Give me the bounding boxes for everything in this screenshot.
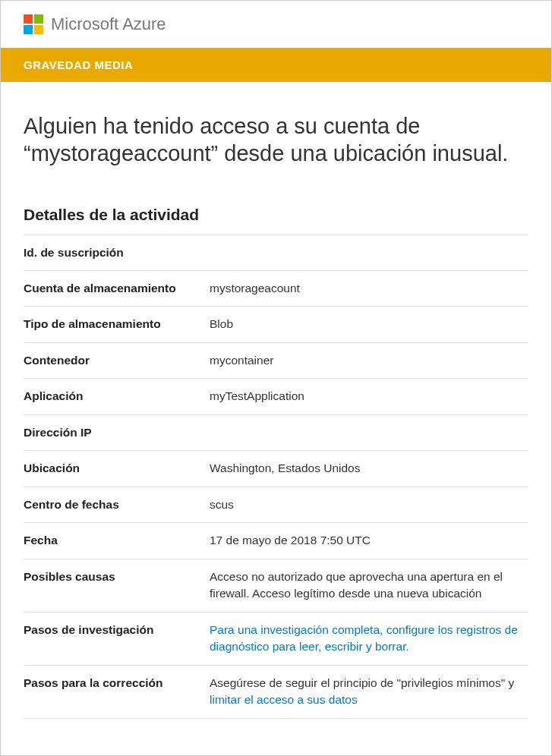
row-location: Ubicación Washington, Estados Unidos — [24, 451, 528, 487]
label-investigation: Pasos de investigación — [24, 612, 210, 665]
value-date: 17 de mayo de 2018 7:50 UTC — [210, 523, 528, 559]
label-date: Fecha — [24, 523, 210, 559]
content: Alguien ha tenido acceso a su cuenta de … — [1, 82, 551, 742]
header: Microsoft Azure — [1, 1, 551, 48]
label-storage-account: Cuenta de almacenamiento — [24, 270, 210, 306]
row-container: Contenedor mycontainer — [24, 342, 528, 378]
value-storage-type: Blob — [210, 307, 528, 342]
details-table: Id. de suscripción Cuenta de almacenamie… — [24, 235, 528, 719]
label-ip: Dirección IP — [24, 414, 210, 450]
row-storage-type: Tipo de almacenamiento Blob — [24, 307, 528, 342]
value-application: myTestApplication — [210, 379, 528, 414]
brand-text: Microsoft Azure — [51, 14, 166, 34]
row-datacenter: Centro de fechas scus — [24, 487, 528, 522]
alert-title: Alguien ha tenido acceso a su cuenta de … — [24, 112, 528, 168]
row-application: Aplicación myTestApplication — [24, 379, 528, 414]
row-storage-account: Cuenta de almacenamiento mystorageacount — [24, 270, 528, 306]
row-possible-causes: Posibles causas Acceso no autorizado que… — [24, 559, 528, 612]
label-application: Aplicación — [24, 379, 210, 414]
value-possible-causes: Acceso no autorizado que aprovecha una a… — [210, 559, 528, 612]
remediation-link[interactable]: limitar el acceso a sus datos — [210, 693, 358, 706]
value-investigation: Para una investigación completa, configu… — [210, 612, 528, 665]
label-possible-causes: Posibles causas — [24, 559, 210, 612]
value-subscription-id — [210, 235, 528, 270]
row-remediation: Pasos para la corrección Asegúrese de se… — [24, 665, 528, 718]
label-container: Contenedor — [24, 342, 210, 378]
row-investigation: Pasos de investigación Para una investig… — [24, 612, 528, 665]
label-remediation: Pasos para la corrección — [24, 665, 210, 718]
details-section-title: Detalles de la actividad — [24, 206, 528, 224]
value-datacenter: scus — [210, 487, 528, 522]
row-date: Fecha 17 de mayo de 2018 7:50 UTC — [24, 523, 528, 559]
label-storage-type: Tipo de almacenamiento — [24, 307, 210, 342]
row-subscription-id: Id. de suscripción — [24, 235, 528, 270]
remediation-prefix: Asegúrese de seguir el principio de "pri… — [210, 676, 514, 689]
value-location: Washington, Estados Unidos — [210, 451, 528, 487]
microsoft-logo-icon — [24, 14, 43, 34]
value-container: mycontainer — [210, 342, 528, 378]
value-ip — [210, 414, 528, 450]
value-storage-account: mystorageacount — [210, 270, 528, 306]
severity-banner: GRAVEDAD MEDIA — [1, 48, 551, 82]
label-datacenter: Centro de fechas — [24, 487, 210, 522]
value-remediation: Asegúrese de seguir el principio de "pri… — [210, 665, 528, 718]
label-location: Ubicación — [24, 451, 210, 487]
investigation-link[interactable]: Para una investigación completa, configu… — [210, 623, 518, 653]
label-subscription-id: Id. de suscripción — [24, 235, 210, 270]
row-ip: Dirección IP — [24, 414, 528, 450]
